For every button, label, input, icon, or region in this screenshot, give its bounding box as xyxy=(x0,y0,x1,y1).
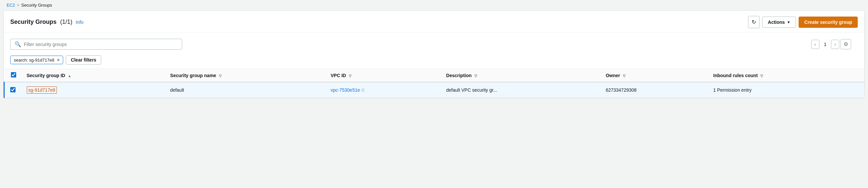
table-settings-button[interactable]: ⚙ xyxy=(841,39,851,49)
info-link[interactable]: Info xyxy=(76,20,83,25)
search-input[interactable] xyxy=(24,42,178,47)
refresh-button[interactable]: ↻ xyxy=(748,16,760,28)
header-row: Security Groups (1/1) Info ↻ Actions ▼ C… xyxy=(4,10,864,32)
th-security-group-name[interactable]: Security group name ▽ xyxy=(165,69,325,82)
filter-tag-label: search: sg-91d717e8 xyxy=(14,58,54,62)
row-description-cell: default VPC security gr... xyxy=(441,82,600,98)
search-icon: 🔍 xyxy=(14,41,21,47)
search-box[interactable]: 🔍 xyxy=(10,39,182,50)
pagination-page: 1 xyxy=(821,40,830,49)
sg-id-link[interactable]: sg-91d717e8 xyxy=(27,86,57,94)
sort-owner-icon: ▽ xyxy=(623,74,625,78)
pagination: ‹ 1 › ⚙ xyxy=(805,36,858,52)
th-owner-label: Owner xyxy=(606,73,620,78)
owner-value: 627334729308 xyxy=(606,87,636,93)
breadcrumb-current: Security Groups xyxy=(21,3,52,8)
sort-sg-name-icon: ▽ xyxy=(219,74,221,78)
clear-filters-button[interactable]: Clear filters xyxy=(66,55,101,64)
vpc-id-value: vpc-7530e51e xyxy=(331,87,360,93)
th-security-group-id[interactable]: Security group ID ▲ xyxy=(22,69,165,82)
select-all-checkbox[interactable] xyxy=(11,72,16,77)
th-owner[interactable]: Owner ▽ xyxy=(600,69,708,82)
th-sg-name-label: Security group name xyxy=(170,73,216,78)
security-groups-table: Security group ID ▲ Security group name … xyxy=(4,69,864,98)
external-link-icon: ⬡ xyxy=(361,88,365,92)
th-description[interactable]: Description ▽ xyxy=(441,69,600,82)
table-row: sg-91d717e8 default vpc-7530e51e ⬡ defau… xyxy=(4,82,865,98)
pagination-next-button[interactable]: › xyxy=(831,40,839,49)
row-sg-id-cell: sg-91d717e8 xyxy=(22,82,165,98)
active-filter-tag: search: sg-91d717e8 × xyxy=(10,56,63,64)
pagination-prev-button[interactable]: ‹ xyxy=(811,40,819,49)
page-title: Security Groups (1/1) xyxy=(10,19,72,26)
sort-desc-icon: ▽ xyxy=(474,74,477,78)
th-inbound-label: Inbound rules count xyxy=(713,73,758,78)
actions-label: Actions xyxy=(768,20,785,25)
breadcrumb-separator: > xyxy=(17,3,19,8)
create-security-group-button[interactable]: Create security group xyxy=(799,17,858,28)
row-vpc-id-cell: vpc-7530e51e ⬡ xyxy=(325,82,441,98)
table-body: sg-91d717e8 default vpc-7530e51e ⬡ defau… xyxy=(4,82,865,98)
th-checkbox xyxy=(4,69,22,82)
filters-row: search: sg-91d717e8 × Clear filters xyxy=(4,52,864,69)
th-inbound-rules-count[interactable]: Inbound rules count ▽ xyxy=(708,69,864,82)
th-vpc-id-label: VPC ID xyxy=(331,73,346,78)
breadcrumb: EC2 > Security Groups xyxy=(0,0,868,10)
row-sg-name-cell: default xyxy=(165,82,325,98)
th-vpc-id[interactable]: VPC ID ▽ xyxy=(325,69,441,82)
sort-inbound-icon: ▽ xyxy=(760,74,763,78)
header-right: ↻ Actions ▼ Create security group xyxy=(748,16,858,28)
actions-chevron-icon: ▼ xyxy=(787,20,790,24)
sort-vpc-icon: ▽ xyxy=(349,74,351,78)
header-left: Security Groups (1/1) Info xyxy=(10,19,83,26)
vpc-id-link[interactable]: vpc-7530e51e ⬡ xyxy=(331,87,436,93)
row-checkbox-cell xyxy=(4,82,22,98)
sg-name-value: default xyxy=(170,87,184,93)
th-sg-id-label: Security group ID xyxy=(27,73,65,78)
description-value: default VPC security gr... xyxy=(446,87,497,93)
inbound-count-value: 1 Permission entry xyxy=(713,87,752,93)
row-owner-cell: 627334729308 xyxy=(600,82,708,98)
breadcrumb-ec2-link[interactable]: EC2 xyxy=(7,3,15,8)
main-panel: Security Groups (1/1) Info ↻ Actions ▼ C… xyxy=(3,10,865,98)
table-container: Security group ID ▲ Security group name … xyxy=(4,69,864,98)
table-header-row: Security group ID ▲ Security group name … xyxy=(4,69,865,82)
count-badge: (1/1) xyxy=(60,19,72,25)
row-checkbox[interactable] xyxy=(10,87,16,92)
row-inbound-count-cell: 1 Permission entry xyxy=(708,82,864,98)
sort-asc-icon: ▲ xyxy=(68,74,71,78)
actions-button[interactable]: Actions ▼ xyxy=(762,17,796,28)
refresh-icon: ↻ xyxy=(752,19,756,25)
filter-tag-close-icon[interactable]: × xyxy=(57,57,60,62)
th-description-label: Description xyxy=(446,73,472,78)
